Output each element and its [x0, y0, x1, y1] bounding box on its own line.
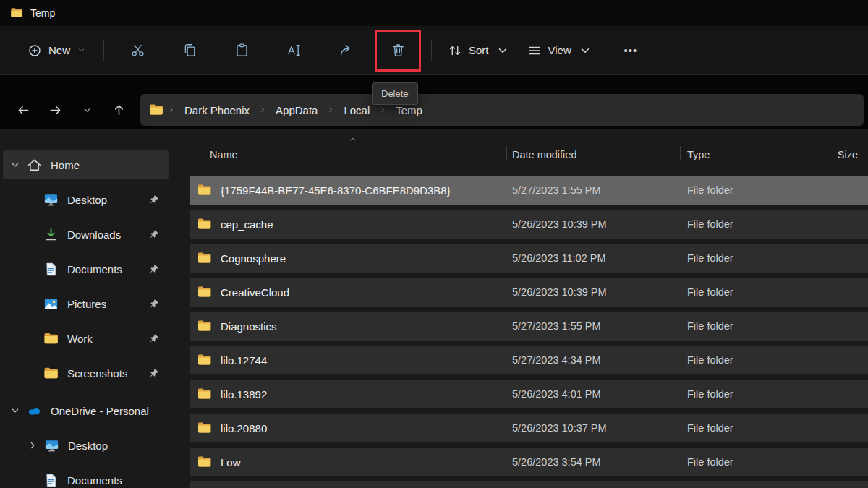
- chevron-right-icon: [258, 106, 267, 114]
- chevron-right-icon: [378, 106, 387, 114]
- file-row[interactable]: Cognosphere 5/26/2023 11:02 PM File fold…: [190, 244, 868, 273]
- recent-locations-button[interactable]: [71, 94, 103, 126]
- up-button[interactable]: [103, 94, 135, 126]
- more-options-button[interactable]: •••: [614, 34, 647, 67]
- desktop-icon: [44, 438, 59, 453]
- back-arrow-icon: [17, 103, 30, 117]
- sidebar-item-home[interactable]: Home: [3, 150, 169, 179]
- toolbar-divider: [431, 40, 432, 61]
- sidebar-item-label: Screenshots: [67, 367, 127, 380]
- file-name: Cognosphere: [221, 252, 286, 265]
- file-row[interactable]: CreativeCloud 5/26/2023 10:39 PM File fo…: [190, 278, 868, 307]
- back-button[interactable]: [7, 94, 39, 126]
- sidebar-item-documents[interactable]: Documents: [3, 254, 169, 283]
- file-name: {1759F44B-BE77-45E6-8370-C6BFE8D9D3B8}: [221, 184, 451, 197]
- breadcrumb: Dark Phoenix AppData Local Temp: [140, 94, 864, 126]
- onedrive-icon: [27, 403, 42, 419]
- file-date-modified: 5/27/2023 1:55 PM: [506, 184, 680, 196]
- chevron-right-icon: [326, 106, 335, 114]
- cut-button[interactable]: [121, 34, 154, 67]
- file-row-partial[interactable]: [190, 481, 868, 488]
- folder-icon: [197, 455, 212, 469]
- sidebar-item-work[interactable]: Work: [3, 324, 169, 353]
- sidebar-item-onedrive-desktop[interactable]: Desktop: [3, 431, 169, 460]
- file-date-modified: 5/27/2023 1:55 PM: [506, 320, 680, 332]
- sort-button[interactable]: Sort: [439, 35, 519, 67]
- paste-icon: [234, 43, 250, 58]
- sidebar-item-onedrive[interactable]: OneDrive - Personal: [3, 396, 169, 425]
- sidebar-item-pictures[interactable]: Pictures: [3, 289, 169, 318]
- view-icon: [527, 43, 542, 58]
- column-header-label: Date modified: [512, 149, 576, 160]
- file-date-modified: 5/26/2023 11:02 PM: [506, 252, 680, 264]
- folder-icon: [197, 319, 212, 333]
- file-date-modified: 5/27/2023 4:34 PM: [506, 354, 680, 366]
- file-row[interactable]: lilo.12744 5/27/2023 4:34 PM File folder: [190, 346, 868, 374]
- file-date-modified: 5/26/2023 10:37 PM: [506, 422, 680, 434]
- column-header-size[interactable]: Size: [830, 134, 868, 168]
- breadcrumb-item[interactable]: Dark Phoenix: [178, 101, 256, 119]
- titlebar: Temp: [0, 0, 868, 26]
- file-type: File folder: [680, 354, 830, 366]
- file-row[interactable]: {1759F44B-BE77-45E6-8370-C6BFE8D9D3B8} 5…: [190, 176, 868, 205]
- chevron-down-icon[interactable]: [9, 404, 22, 417]
- file-row[interactable]: lilo.20880 5/26/2023 10:37 PM File folde…: [190, 414, 868, 442]
- sidebar-item-screenshots[interactable]: Screenshots: [3, 359, 169, 388]
- sidebar-item-label: Documents: [67, 474, 122, 487]
- file-row[interactable]: Diagnostics 5/27/2023 1:55 PM File folde…: [190, 312, 868, 341]
- file-name: lilo.13892: [221, 388, 267, 401]
- file-row[interactable]: cep_cache 5/26/2023 10:39 PM File folder: [190, 210, 868, 239]
- rename-icon: [286, 43, 302, 58]
- sidebar-item-downloads[interactable]: Downloads: [3, 220, 169, 249]
- paste-button[interactable]: [225, 34, 258, 67]
- more-options-icon: •••: [624, 44, 637, 56]
- forward-arrow-icon: [48, 103, 62, 117]
- new-button[interactable]: New: [17, 35, 96, 67]
- column-header-type[interactable]: Type: [680, 134, 830, 168]
- folder-icon: [43, 331, 59, 346]
- rename-button[interactable]: [277, 34, 310, 67]
- documents-icon: [43, 262, 59, 277]
- chevron-down-icon[interactable]: [9, 158, 22, 171]
- sidebar-item-onedrive-documents[interactable]: Documents: [3, 466, 169, 488]
- file-row[interactable]: lilo.13892 5/26/2023 4:01 PM File folder: [190, 380, 868, 408]
- navigation-pane: Home Desktop Downloads Documents Picture…: [0, 129, 171, 488]
- file-name: Diagnostics: [221, 320, 277, 333]
- delete-button[interactable]: [381, 34, 414, 67]
- sort-button-label: Sort: [469, 44, 489, 56]
- column-header-date-modified[interactable]: Date modified: [506, 134, 680, 168]
- sidebar-item-label: OneDrive - Personal: [51, 405, 149, 417]
- file-name: lilo.20880: [221, 422, 267, 435]
- delete-icon: [391, 43, 406, 58]
- share-button[interactable]: [329, 34, 362, 67]
- desktop-icon: [43, 192, 59, 207]
- sidebar-item-label: Work: [67, 333, 93, 345]
- column-header-name[interactable]: Name: [190, 134, 506, 168]
- pin-icon: [149, 194, 160, 205]
- file-date-modified: 5/26/2023 10:39 PM: [506, 218, 680, 230]
- column-header-label: Size: [838, 149, 858, 160]
- up-arrow-icon: [112, 103, 126, 117]
- folder-icon: [43, 366, 59, 381]
- chevron-right-icon[interactable]: [26, 439, 39, 452]
- view-button[interactable]: View: [519, 35, 601, 67]
- chevron-right-icon: [167, 106, 176, 114]
- window-title: Temp: [30, 7, 55, 19]
- forward-button[interactable]: [39, 94, 71, 126]
- documents-icon: [43, 473, 59, 488]
- downloads-icon: [43, 227, 59, 242]
- copy-button[interactable]: [173, 34, 206, 67]
- column-header-label: Type: [687, 149, 710, 160]
- file-row[interactable]: Low 5/26/2023 3:54 PM File folder: [190, 448, 868, 476]
- file-name: Low: [221, 456, 241, 468]
- chevron-down-icon: [495, 43, 510, 58]
- column-header-label: Name: [210, 149, 238, 160]
- file-list: {1759F44B-BE77-45E6-8370-C6BFE8D9D3B8} 5…: [190, 176, 868, 488]
- breadcrumb-item[interactable]: AppData: [269, 101, 324, 119]
- breadcrumb-item[interactable]: Local: [337, 101, 376, 119]
- folder-icon[interactable]: [149, 103, 163, 117]
- sidebar-item-desktop[interactable]: Desktop: [3, 185, 169, 214]
- sidebar-item-label: Home: [51, 159, 80, 171]
- folder-icon: [197, 183, 212, 197]
- home-icon: [27, 158, 42, 173]
